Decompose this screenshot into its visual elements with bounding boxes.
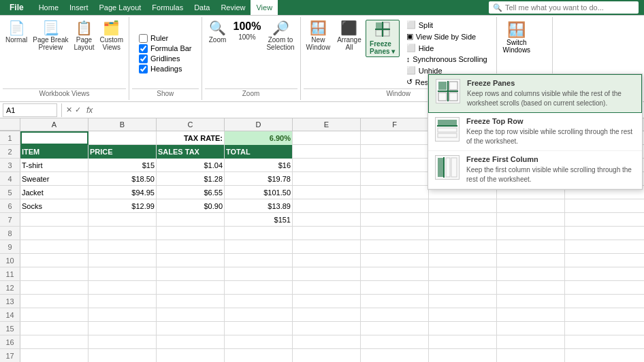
- cell-d7[interactable]: $151: [225, 213, 293, 227]
- cell-c6[interactable]: $0.90: [157, 199, 225, 213]
- cell-d2[interactable]: TOTAL: [225, 145, 293, 159]
- page-break-button[interactable]: 📃 Page BreakPreview: [30, 20, 71, 52]
- cell-b2[interactable]: PRICE: [88, 145, 157, 159]
- name-box[interactable]: A1: [3, 103, 57, 117]
- freeze-top-row-item[interactable]: Freeze Top Row Keep the top row visible …: [428, 113, 642, 151]
- zoom-button[interactable]: 🔍 Zoom: [205, 20, 231, 45]
- cell-b3[interactable]: $15: [88, 159, 157, 172]
- cell-b4[interactable]: $18.50: [88, 172, 157, 186]
- cell-a3[interactable]: T-shirt: [20, 159, 88, 172]
- cell-b6[interactable]: $12.99: [88, 199, 157, 213]
- ruler-check[interactable]: [139, 34, 148, 43]
- cell-e1[interactable]: [293, 131, 361, 145]
- cell-e6[interactable]: [293, 199, 361, 213]
- cell-f3[interactable]: [361, 159, 429, 172]
- workbook-views-group: 📄 Normal 📃 Page BreakPreview 📋 PageLayou…: [0, 17, 129, 100]
- cell-e7[interactable]: [293, 213, 361, 227]
- zoom-100-button[interactable]: 100% 100%: [231, 20, 264, 42]
- normal-label: Normal: [5, 36, 27, 44]
- table-row: 11: [0, 267, 644, 281]
- file-menu[interactable]: File: [0, 0, 33, 15]
- headings-checkbox[interactable]: Headings: [138, 64, 183, 74]
- normal-button[interactable]: 📄 Normal: [3, 20, 30, 45]
- cancel-formula-icon[interactable]: ✕: [66, 105, 72, 114]
- col-header-d[interactable]: D: [225, 118, 293, 131]
- cell-a4[interactable]: Sweater: [20, 172, 88, 186]
- view-menu[interactable]: View: [251, 0, 278, 15]
- review-menu[interactable]: Review: [215, 0, 251, 15]
- confirm-formula-icon[interactable]: ✓: [75, 105, 81, 114]
- search-input[interactable]: [505, 3, 628, 12]
- cell-c5[interactable]: $6.55: [157, 186, 225, 199]
- cell-b5[interactable]: $94.95: [88, 186, 157, 199]
- cell-f7[interactable]: [361, 213, 429, 227]
- cell-e2[interactable]: [293, 145, 361, 159]
- cell-g7[interactable]: [429, 213, 497, 227]
- cell-b7[interactable]: [88, 213, 157, 227]
- cell-g6[interactable]: [429, 199, 497, 213]
- page-layout-button[interactable]: 📋 PageLayout: [71, 20, 97, 52]
- cell-f2[interactable]: [361, 145, 429, 159]
- freeze-first-col-svg: [437, 157, 457, 178]
- hide-label: Hide: [419, 44, 434, 52]
- custom-views-button[interactable]: 🗂️ CustomViews: [97, 20, 126, 52]
- col-header-e[interactable]: E: [293, 118, 361, 131]
- cell-a7[interactable]: [20, 213, 88, 227]
- cell-c3[interactable]: $1.04: [157, 159, 225, 172]
- cell-c4[interactable]: $1.28: [157, 172, 225, 186]
- new-window-button[interactable]: 🪟 NewWindow: [304, 20, 334, 52]
- cell-b1[interactable]: [88, 131, 157, 145]
- data-menu[interactable]: Data: [189, 0, 215, 15]
- split-item[interactable]: ⬜ Split: [405, 20, 494, 30]
- cell-c1[interactable]: TAX RATE:: [157, 131, 225, 145]
- ruler-checkbox[interactable]: Ruler: [138, 33, 170, 44]
- insert-menu[interactable]: Insert: [64, 0, 94, 15]
- cell-a1[interactable]: [20, 131, 88, 145]
- cell-f1[interactable]: [361, 131, 429, 145]
- svg-rect-12: [438, 120, 457, 125]
- cell-d4[interactable]: $19.78: [225, 172, 293, 186]
- cell-d1[interactable]: 6.90%: [225, 131, 293, 145]
- col-header-f[interactable]: F: [361, 118, 429, 131]
- cell-a6[interactable]: Socks: [20, 199, 88, 213]
- view-side-by-side-item[interactable]: ▣ View Side by Side: [405, 31, 494, 42]
- col-header-c[interactable]: C: [157, 118, 225, 131]
- headings-check[interactable]: [139, 65, 148, 73]
- sync-scrolling-item[interactable]: ↕ Synchronous Scrolling: [405, 54, 494, 64]
- formulas-menu[interactable]: Formulas: [146, 0, 189, 15]
- svg-rect-7: [449, 82, 457, 90]
- cell-h7[interactable]: [497, 213, 565, 227]
- page-layout-menu[interactable]: Page Layout: [94, 0, 147, 15]
- cell-f4[interactable]: [361, 172, 429, 186]
- normal-icon: 📄: [8, 21, 25, 35]
- hide-item[interactable]: ⬜ Hide: [405, 43, 494, 53]
- arrange-all-button[interactable]: ⬛ ArrangeAll: [334, 20, 364, 52]
- freeze-panes-item[interactable]: Freeze Panes Keep rows and columns visib…: [428, 74, 642, 113]
- freeze-first-col-item[interactable]: Freeze First Column Keep the first colum…: [428, 151, 642, 189]
- cell-e4[interactable]: [293, 172, 361, 186]
- cell-d6[interactable]: $13.89: [225, 199, 293, 213]
- col-header-a[interactable]: A: [20, 118, 88, 131]
- gridlines-check[interactable]: [139, 54, 148, 63]
- cell-d5[interactable]: $101.50: [225, 186, 293, 199]
- cell-e3[interactable]: [293, 159, 361, 172]
- cell-f5[interactable]: [361, 186, 429, 199]
- formula-bar-checkbox[interactable]: Formula Bar: [138, 44, 193, 54]
- freeze-panes-button[interactable]: FreezePanes ▾: [366, 20, 400, 57]
- switch-windows-button[interactable]: 🪟 SwitchWindows: [500, 20, 534, 55]
- zoom-selection-button[interactable]: 🔎 Zoom toSelection: [263, 20, 297, 52]
- cell-a5[interactable]: Jacket: [20, 186, 88, 199]
- cell-d3[interactable]: $16: [225, 159, 293, 172]
- formula-bar-check[interactable]: [139, 44, 148, 53]
- gridlines-checkbox[interactable]: Gridlines: [138, 54, 181, 64]
- cell-e5[interactable]: [293, 186, 361, 199]
- home-menu[interactable]: Home: [33, 0, 64, 15]
- sync-label: Synchronous Scrolling: [413, 55, 487, 63]
- cell-a2[interactable]: ITEM: [20, 145, 88, 159]
- cell-c2[interactable]: SALES TAX: [157, 145, 225, 159]
- cell-c7[interactable]: [157, 213, 225, 227]
- col-header-b[interactable]: B: [88, 118, 157, 131]
- cell-f6[interactable]: [361, 199, 429, 213]
- cell-h6[interactable]: [497, 199, 565, 213]
- row-num-4: 4: [0, 172, 20, 185]
